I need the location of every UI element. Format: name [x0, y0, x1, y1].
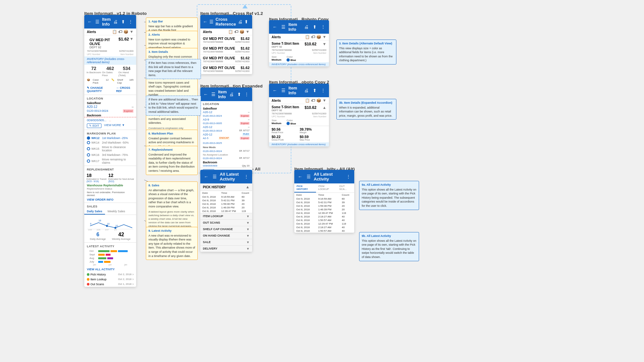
back-icon-6[interactable]: ← — [272, 87, 278, 94]
ph-row-2: Oct 8, 2018 5:42:31 PM 39 — [200, 199, 252, 202]
ann-9-title: 9. Latest Activity — [148, 229, 195, 233]
ann-1-title: 1. App Bar — [148, 19, 195, 24]
back-icon[interactable]: ← — [87, 18, 92, 25]
ph-date-1: Oct 9, 2018 — [200, 195, 219, 199]
print-icon-2[interactable]: 🖨 — [238, 18, 242, 25]
exp-loc2[interactable]: A3-9 — [203, 118, 209, 121]
view-order-btn[interactable]: VIEW ORDER INFO — [84, 197, 136, 202]
activity-section-label: LATEST ACTIVITY — [84, 243, 136, 249]
exp-loc2-num[interactable]: 0120-0013-0005 — [203, 122, 222, 125]
exp-loc3-num[interactable]: 0120-0013-0019 — [203, 129, 222, 132]
menu-icon-2[interactable]: ☰ — [209, 18, 214, 25]
out-scans-chevron[interactable]: ▼ — [246, 221, 250, 225]
next-arrival-date: (5/22) — [108, 180, 134, 182]
exp-loc1-num[interactable]: 0120-0013-0024 — [203, 114, 222, 117]
more-icon-7[interactable]: ⋮ — [345, 173, 352, 180]
daily-avg-col: 6 Daily Average — [90, 232, 106, 240]
share-icon-2[interactable]: ⬆ — [244, 18, 248, 25]
p6-price-chevron[interactable]: ▲ — [322, 105, 326, 110]
delivery-chevron[interactable]: ▼ — [246, 247, 250, 251]
print-icon[interactable]: 🖨 — [113, 18, 118, 25]
p6-alert-chevron[interactable]: ▼ — [322, 98, 326, 103]
activity-arrow-2[interactable]: › — [133, 277, 134, 281]
loc1-num[interactable]: 0120-0013-0024 — [87, 109, 108, 113]
back-icon-3[interactable]: ← — [203, 91, 208, 98]
more-icon-2[interactable]: ⋮ — [250, 18, 252, 25]
view-all-activity-btn[interactable]: VIEW ALL ACTIVITY — [84, 267, 136, 272]
menu-icon-4[interactable]: ☰ — [211, 173, 218, 180]
exp-loc4-id[interactable]: A20-12 — [203, 133, 212, 136]
activity-dot-2 — [87, 278, 89, 281]
share-icon[interactable]: ⬆ — [120, 18, 126, 25]
p5-alert-chevron[interactable]: ▼ — [322, 35, 326, 39]
exp-loc3-dash: – — [248, 125, 250, 129]
view-more-btn[interactable]: VIEW MORE ▼ — [104, 123, 125, 128]
alert-chevron[interactable]: ▼ — [130, 29, 134, 34]
sale-section[interactable]: SALE ▼ — [200, 239, 252, 245]
share-icon-5[interactable]: ⬆ — [311, 24, 318, 30]
exp-loc5-num[interactable]: 0120-0013-0025 — [203, 142, 222, 145]
p7-tab-os[interactable]: OUT SCA... — [337, 183, 354, 193]
sale-chevron[interactable]: ▼ — [246, 240, 250, 244]
loc1-id[interactable]: A20-12 — [87, 105, 97, 109]
menu-icon[interactable]: ☰ — [94, 18, 100, 25]
p7-header-title: All Latest Activity — [314, 172, 343, 181]
next-arrival-col: 12 Estimated for Next Arrival (5/22) — [108, 173, 134, 182]
svg-text:6: 6 — [90, 223, 91, 225]
new-mod-1[interactable]: 0120-0013-0024 — [203, 150, 222, 153]
exp-loc3-id[interactable]: A20-12 — [203, 125, 212, 129]
back-icon-4[interactable]: ← — [203, 173, 209, 180]
ph-chevron[interactable]: ▲ — [246, 185, 250, 189]
cross-ref-btn[interactable]: ↔ CROSS REF — [116, 86, 134, 93]
item-lookup-chevron[interactable]: ▼ — [246, 215, 250, 218]
jun-tick: jun — [109, 263, 111, 266]
print-icon-5[interactable]: 🖨 — [303, 24, 310, 30]
menu-icon-5[interactable]: ☰ — [280, 24, 287, 30]
backroom-label: In Backroom — [87, 71, 101, 74]
cr-name-4: GV MED PIT OLIVE — [203, 66, 235, 70]
panel-header-6: ← ☰ Item Info 🖨 ⬆ ⋮ — [269, 84, 329, 97]
more-icon-6[interactable]: ⋮ — [320, 87, 326, 94]
more-icon-3[interactable]: ⋮ — [244, 91, 250, 98]
md-week-3: WK15 — [91, 147, 100, 150]
menu-icon-7[interactable]: ☰ — [305, 173, 312, 180]
p7-tab-ph[interactable]: PICK HISTORY — [294, 183, 316, 193]
menu-icon-3[interactable]: ☰ — [210, 91, 216, 98]
out-scans-section[interactable]: OUT SCANS ▼ — [200, 219, 252, 226]
print-icon-6[interactable]: 🖨 — [303, 87, 310, 94]
exp-loc4-num[interactable]: A2-5 — [203, 137, 208, 140]
exp-loc1[interactable]: A20-12 — [203, 111, 212, 114]
backroom-num[interactable]: 009/005/909 — [203, 164, 217, 167]
activity-arrow-3[interactable]: › — [133, 282, 134, 286]
shelf-cap-section[interactable]: SHELF CAP CHANGE ▼ — [200, 226, 252, 232]
no-assign-num[interactable]: 0120-0013-0024 — [203, 157, 222, 160]
print-icon-3[interactable]: 🖨 — [229, 91, 234, 98]
price-chevron[interactable]: ▼ — [130, 37, 134, 41]
back-icon-2[interactable]: ← — [203, 18, 207, 25]
change-quantity-btn[interactable]: ✎ CHANGE QUANTITY — [87, 86, 113, 93]
menu-icon-6[interactable]: ☰ — [280, 87, 287, 94]
edit-btn[interactable]: ✎ EDIT — [87, 123, 101, 128]
daily-sales-tab[interactable]: Daily Sales — [84, 209, 105, 215]
share-icon-3[interactable]: ⬆ — [236, 91, 242, 98]
share-icon-6[interactable]: ⬆ — [311, 87, 318, 94]
more-icon[interactable]: ⋮ — [128, 18, 134, 25]
cr-item-3-num: 9259741000 — [235, 60, 250, 63]
back-icon-7[interactable]: ← — [297, 173, 303, 180]
item-lookup-section[interactable]: ITEM LOOKUP ▼ — [200, 213, 252, 219]
p7-tab-il[interactable]: ITEM LOOKUP — [316, 183, 337, 193]
more-icon-4[interactable]: ⋮ — [243, 173, 250, 180]
on-hand-section[interactable]: ON HAND CHANGE ▼ — [200, 232, 252, 239]
weekly-sales-tab[interactable]: Weekly Sales — [105, 209, 128, 215]
backroom-qty: Qty 20 — [242, 164, 250, 167]
more-icon-5[interactable]: ⋮ — [320, 24, 326, 30]
activity-arrow-1[interactable]: › — [133, 273, 134, 276]
backroom-loc-num[interactable]: 0D9/0D5/905... — [87, 119, 107, 122]
back-icon-5[interactable]: ← — [272, 24, 278, 30]
pick-history-header[interactable]: PICK HISTORY ▲ — [200, 183, 252, 191]
p5-price-chevron[interactable]: ▼ — [322, 42, 326, 46]
shelf-cap-chevron[interactable]: ▼ — [246, 228, 250, 231]
cr-alert-chevron[interactable]: ▼ — [246, 29, 250, 34]
on-hand-chevron[interactable]: ▼ — [246, 234, 250, 238]
delivery-section[interactable]: DELIVERY ▼ — [200, 245, 252, 252]
